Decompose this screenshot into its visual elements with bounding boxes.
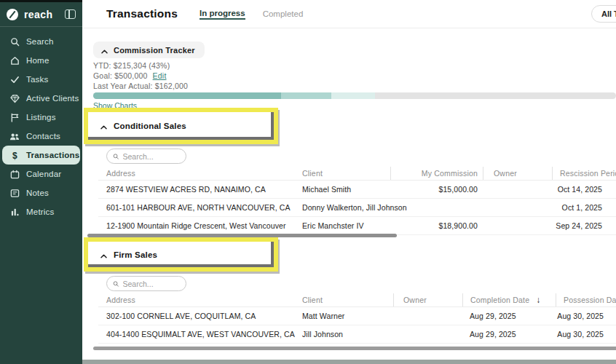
cell-client: Michael Smith xyxy=(302,185,390,194)
table-row[interactable]: 12-1900 Mountain Ridge Crescent, West Va… xyxy=(98,217,616,235)
column-header-owner[interactable]: Owner xyxy=(483,167,552,180)
search-icon xyxy=(113,280,119,288)
sidebar-item-label: Home xyxy=(26,56,49,65)
cell-address: 2874 WESTVIEW ACRES RD, NANAIMO, CA xyxy=(98,185,302,194)
table-row[interactable]: 601-101 HARBOUR AVE, NORTH VANCOUVER, CA… xyxy=(98,199,616,217)
cell-rescission: Oct 1, 2025 xyxy=(552,203,616,212)
conditional-sales-table: Address Client My Commission Owner Resci… xyxy=(98,167,616,235)
annotation-highlight-conditional-sales: Conditional Sales xyxy=(84,108,278,144)
page-title: Transactions xyxy=(106,7,178,20)
firm-sales-search xyxy=(106,276,186,291)
top-bar: Transactions In progress Completed All T… xyxy=(82,0,616,28)
sidebar-item-transactions[interactable]: $ Transactions xyxy=(2,146,80,165)
cell-completion: Aug 29, 2025 xyxy=(462,330,556,339)
last-year-value: Last Year Actual: $162,000 xyxy=(93,82,188,90)
cell-commission: $15,000.00 xyxy=(390,185,483,194)
table-row[interactable]: 2874 WESTVIEW ACRES RD, NANAIMO, CA Mich… xyxy=(98,181,616,199)
column-header-owner[interactable]: Owner xyxy=(393,293,462,306)
firm-sales-table: Address Client Owner Completion Date↓ Po… xyxy=(98,293,616,344)
cell-rescission: Sep 24, 2025 xyxy=(552,221,616,230)
sidebar-item-label: Active Clients xyxy=(26,94,79,103)
checkmark-icon xyxy=(9,74,20,84)
sort-descending-icon[interactable]: ↓ xyxy=(536,295,540,305)
cell-address: 404-1400 ESQUIMALT AVE, WEST VANCOUVER, … xyxy=(98,330,302,339)
goal-line: Goal: $500,000Edit xyxy=(93,71,167,80)
sidebar-item-home[interactable]: Home xyxy=(0,51,82,70)
commission-tracker-header[interactable]: Commission Tracker xyxy=(93,41,205,58)
commission-tracker-title: Commission Tracker xyxy=(114,46,195,55)
sidebar-item-label: Listings xyxy=(26,113,56,122)
app-screen: reach Search Home Tasks xyxy=(0,0,616,364)
reach-logo-icon xyxy=(7,9,18,20)
sidebar-item-tasks[interactable]: Tasks xyxy=(0,70,82,89)
sidebar-item-contacts[interactable]: Contacts xyxy=(0,127,82,146)
flag-icon xyxy=(9,112,20,122)
people-icon xyxy=(9,131,20,141)
table-row[interactable]: 404-1400 ESQUIMALT AVE, WEST VANCOUVER, … xyxy=(98,325,616,344)
cell-address: 12-1900 Mountain Ridge Crescent, West Va… xyxy=(98,221,302,230)
sidebar-nav: Search Home Tasks Active Clients xyxy=(0,27,82,221)
column-header-my-commission[interactable]: My Commission xyxy=(390,167,483,180)
conditional-sales-section-header[interactable]: Conditional Sales xyxy=(88,119,186,132)
annotation-highlight-firm-sales: Firm Sales xyxy=(84,237,278,272)
search-input[interactable] xyxy=(123,280,180,288)
cell-possession: Aug 30, 2025 xyxy=(556,312,616,320)
cell-address: 302-100 CORNELL AVE, COQUITLAM, CA xyxy=(98,312,302,320)
sidebar-item-label: Metrics xyxy=(26,207,54,216)
app-name: reach xyxy=(24,9,65,20)
column-header-address[interactable]: Address xyxy=(98,169,302,178)
progress-segment xyxy=(93,92,281,99)
cell-client: Jill Johnson xyxy=(302,330,393,339)
cell-rescission: Oct 14, 2025 xyxy=(552,185,616,194)
column-header-label: Completion Date xyxy=(470,296,529,304)
tab-completed[interactable]: Completed xyxy=(263,9,304,19)
column-header-rescission-period[interactable]: Rescission Period xyxy=(552,167,616,180)
table-bottom-scrollbar[interactable] xyxy=(93,347,616,350)
cell-client: Donny Walkerton, Jill Johnson xyxy=(302,203,390,212)
cell-client: Eric Manchster IV xyxy=(302,221,390,230)
firm-sales-section-header[interactable]: Firm Sales xyxy=(88,248,157,261)
table-header-row: Address Client Owner Completion Date↓ Po… xyxy=(98,293,616,307)
bottom-scroll-track[interactable] xyxy=(82,360,616,364)
collapse-chevron-icon[interactable] xyxy=(100,119,107,132)
search-input[interactable] xyxy=(123,152,180,161)
edit-goal-link[interactable]: Edit xyxy=(153,71,167,80)
sidebar-item-label: Contacts xyxy=(26,132,60,141)
cell-commission: $18,900.00 xyxy=(390,221,483,230)
collapse-chevron-icon xyxy=(101,44,108,57)
sidebar-collapse-icon[interactable] xyxy=(65,9,76,19)
sidebar-item-listings[interactable]: Listings xyxy=(0,108,82,127)
column-header-address[interactable]: Address xyxy=(98,296,302,304)
calendar-icon xyxy=(9,169,20,179)
table-row[interactable]: 302-100 CORNELL AVE, COQUITLAM, CA Matt … xyxy=(98,307,616,325)
column-header-completion-date[interactable]: Completion Date↓ xyxy=(462,293,556,306)
note-icon xyxy=(9,188,20,198)
column-header-client[interactable]: Client xyxy=(302,169,390,178)
ytd-value: YTD: $215,304 (43%) xyxy=(93,61,170,70)
sidebar-item-label: Calendar xyxy=(26,170,61,178)
sidebar-item-label: Search xyxy=(26,37,54,46)
sidebar-item-label: Transactions xyxy=(26,151,79,159)
dollar-icon: $ xyxy=(9,150,20,160)
conditional-sales-search xyxy=(106,149,186,164)
cell-possession: Aug 30, 2025 xyxy=(556,330,616,339)
sidebar-item-active-clients[interactable]: Active Clients xyxy=(0,89,82,108)
sidebar: reach Search Home Tasks xyxy=(0,0,82,364)
main-content: Transactions In progress Completed All T… xyxy=(82,0,616,364)
commission-progress-bar xyxy=(93,92,616,99)
sidebar-item-search[interactable]: Search xyxy=(0,32,82,51)
column-header-possession-date[interactable]: Possession Date xyxy=(556,293,616,306)
column-header-client[interactable]: Client xyxy=(302,296,393,304)
sidebar-item-metrics[interactable]: Metrics xyxy=(0,202,82,221)
sidebar-header: reach xyxy=(0,0,82,26)
search-icon xyxy=(113,153,119,160)
gem-icon xyxy=(9,93,20,103)
tab-in-progress[interactable]: In progress xyxy=(200,9,245,20)
progress-segment xyxy=(331,92,375,99)
bar-chart-icon xyxy=(9,207,20,217)
sidebar-item-calendar[interactable]: Calendar xyxy=(0,165,82,183)
sidebar-item-notes[interactable]: Notes xyxy=(0,183,82,202)
collapse-chevron-icon[interactable] xyxy=(100,248,107,261)
view-tabs: In progress Completed xyxy=(200,9,303,20)
all-transactions-button[interactable]: All Transactions xyxy=(591,5,616,23)
